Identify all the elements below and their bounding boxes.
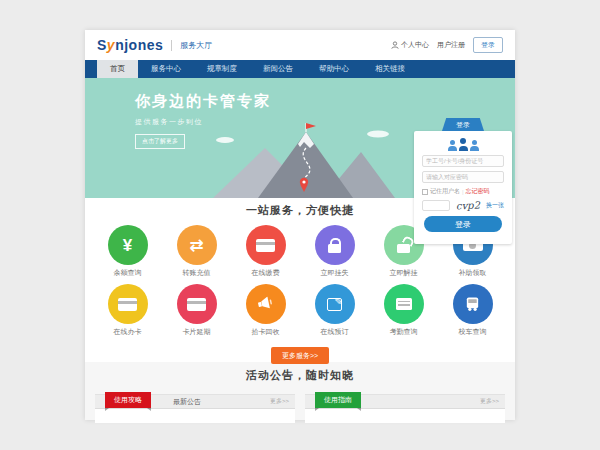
bus-shape [464,296,481,312]
announcements-section: 活动公告，随时知晓 使用攻略 最新公告 更多>> 使用指南 更多>> [85,362,515,420]
more-link[interactable]: 更多>> [270,397,289,406]
person-icon [470,140,479,151]
service-attendance-query[interactable]: 考勤查询 [369,284,438,337]
login-tab[interactable]: 登录 [442,118,484,131]
banner-subtitle: 提供服务一步到位 [135,117,271,127]
service-label: 立即挂失 [300,268,369,278]
portal-page: Synjones 服务大厅 个人中心 用户注册 登录 首页 服务中心 规章制度 … [85,30,515,420]
list-icon [384,284,424,324]
panel-user-guide: 使用指南 更多>> [305,394,505,423]
tab-latest-announcements[interactable]: 最新公告 [173,397,201,407]
service-label: 考勤查询 [369,327,438,337]
nav-item-rules[interactable]: 规章制度 [194,60,250,78]
card-shape [187,298,206,311]
change-captcha-link[interactable]: 换一张 [486,201,504,210]
remember-checkbox[interactable] [422,189,428,195]
transfer-icon: ⇄ [177,225,217,265]
service-card-pickup[interactable]: 拾卡回收 [231,284,300,337]
service-online-card-apply[interactable]: 在线办卡 [93,284,162,337]
personal-center-label: 个人中心 [401,40,429,50]
service-online-booking[interactable]: 在线预订 [300,284,369,337]
portal-name: 服务大厅 [171,40,212,51]
service-transfer-recharge[interactable]: ⇄ 转账充值 [162,225,231,278]
header-links: 个人中心 用户注册 登录 [391,37,503,53]
card-shape [256,239,275,252]
pencil-icon [315,284,355,324]
service-label: 在线缴费 [231,268,300,278]
more-link[interactable]: 更多>> [480,397,499,406]
account-input[interactable] [422,155,504,167]
service-label: 转账充值 [162,268,231,278]
tab-user-guide[interactable]: 使用指南 [315,392,361,408]
nav-item-links[interactable]: 相关链接 [362,60,418,78]
divider: | [462,189,464,195]
captcha-image: cvp2 [453,198,483,212]
service-label: 立即解挂 [369,268,438,278]
person-icon [459,138,468,151]
banner-cta-button[interactable]: 点击了解更多 [135,134,185,149]
service-report-loss[interactable]: 立即挂失 [300,225,369,278]
yuan-icon: ¥ [108,225,148,265]
nav-item-news[interactable]: 新闻公告 [250,60,306,78]
list-shape [396,298,412,310]
login-form: 记住用户名 | 忘记密码 cvp2 换一张 登录 [414,131,512,244]
hero-banner: 你身边的卡管专家 提供服务一步到位 点击了解更多 登录 [85,78,515,198]
card-icon [246,225,286,265]
user-icon [391,41,399,49]
login-panel: 登录 记住用户名 | 忘记密码 cvp2 换一张 [414,118,512,244]
nav-item-home[interactable]: 首页 [97,60,138,78]
panel-content [305,409,505,423]
remember-row: 记住用户名 | 忘记密码 [422,187,504,196]
nav-item-service-center[interactable]: 服务中心 [138,60,194,78]
unlock-shape [397,244,410,253]
service-label: 拾卡回收 [231,327,300,337]
service-label: 在线预订 [300,327,369,337]
logo-accent: y [107,37,115,53]
users-group-icon [414,135,512,151]
panel-usage-tips: 使用攻略 最新公告 更多>> [95,394,295,423]
logo[interactable]: Synjones [97,37,163,53]
service-card-extension[interactable]: 卡片延期 [162,284,231,337]
remember-label: 记住用户名 [430,187,460,196]
forgot-password-link[interactable]: 忘记密码 [466,187,490,196]
panel-tab-bar: 使用指南 更多>> [305,394,505,409]
lock-icon [315,225,355,265]
password-input[interactable] [422,171,504,183]
user-register-label: 用户注册 [437,40,465,50]
more-services-button[interactable]: 更多服务>> [271,347,329,364]
captcha-input[interactable] [422,200,450,211]
personal-center-link[interactable]: 个人中心 [391,40,429,50]
service-school-bus-query[interactable]: 校车查询 [438,284,507,337]
edit-shape [327,298,342,311]
main-nav: 首页 服务中心 规章制度 新闻公告 帮助中心 相关链接 [85,60,515,78]
service-online-payment[interactable]: 在线缴费 [231,225,300,278]
service-label: 卡片延期 [162,327,231,337]
banner-title: 你身边的卡管专家 [135,92,271,111]
announcement-panels: 使用攻略 最新公告 更多>> 使用指南 更多>> [95,394,505,423]
card-icon [177,284,217,324]
announcements-title: 活动公告，随时知晓 [85,362,515,383]
megaphone-icon [246,284,286,324]
tab-usage-tips[interactable]: 使用攻略 [105,392,151,408]
panel-content [95,409,295,423]
lock-shape [328,244,341,253]
service-label: 校车查询 [438,327,507,337]
transfer-glyph: ⇄ [189,237,203,254]
user-register-link[interactable]: 用户注册 [437,40,465,50]
bus-icon [453,284,493,324]
header-login-button[interactable]: 登录 [473,37,503,53]
megaphone-shape [255,295,276,313]
captcha-row: cvp2 换一张 [422,199,504,212]
logo-text-rest: njones [115,37,163,53]
service-label: 余额查询 [93,268,162,278]
card-icon [108,284,148,324]
panel-tab-bar: 使用攻略 最新公告 更多>> [95,394,295,409]
yuan-glyph: ¥ [123,237,132,254]
nav-item-help[interactable]: 帮助中心 [306,60,362,78]
site-header: Synjones 服务大厅 个人中心 用户注册 登录 [85,30,515,60]
service-label: 在线办卡 [93,327,162,337]
service-balance-query[interactable]: ¥ 余额查询 [93,225,162,278]
banner-text: 你身边的卡管专家 提供服务一步到位 点击了解更多 [135,92,271,149]
logo-text: S [97,37,107,53]
login-submit-button[interactable]: 登录 [424,216,502,232]
